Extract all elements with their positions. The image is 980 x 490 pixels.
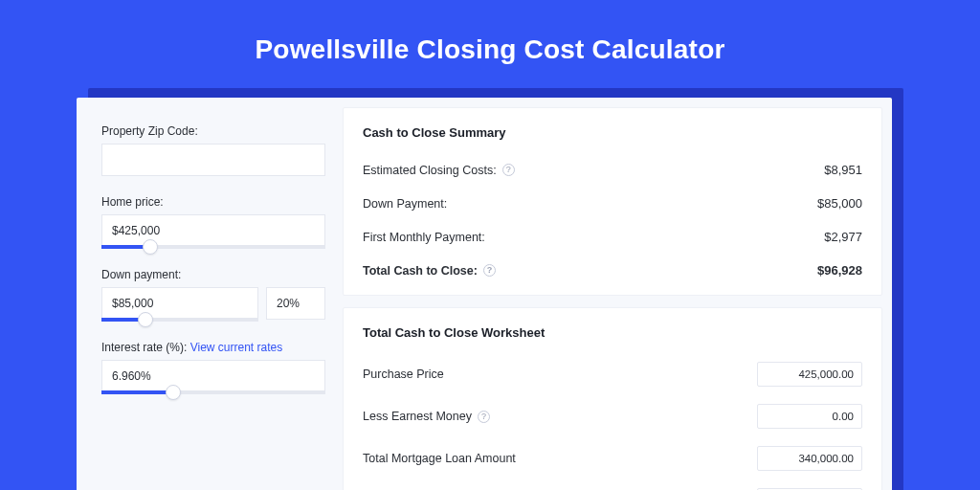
down-payment-input[interactable] (101, 287, 258, 320)
help-icon[interactable]: ? (483, 264, 496, 277)
down-payment-slider-thumb[interactable] (138, 312, 153, 327)
worksheet-row: Purchase Price (363, 353, 862, 395)
down-payment-label: Down payment: (101, 268, 325, 281)
summary-row-value: $2,977 (824, 230, 862, 244)
summary-row-value: $8,951 (824, 163, 862, 177)
worksheet-row: Total Second Mortgage Amount ? (363, 479, 862, 490)
zip-group: Property Zip Code: (101, 124, 325, 176)
worksheet-row: Total Mortgage Loan Amount (363, 437, 862, 479)
interest-rate-label-text: Interest rate (%): (101, 341, 187, 354)
calculator-card: Property Zip Code: Home price: Down paym… (77, 98, 892, 490)
interest-rate-label: Interest rate (%): View current rates (101, 341, 325, 354)
summary-row: First Monthly Payment: $2,977 (363, 220, 862, 254)
worksheet-row-input[interactable] (757, 362, 862, 387)
summary-row-value: $85,000 (817, 196, 862, 211)
worksheet-row-input[interactable] (757, 446, 862, 471)
summary-row-label: Estimated Closing Costs: (363, 164, 497, 177)
worksheet-title: Total Cash to Close Worksheet (363, 325, 862, 340)
interest-rate-group: Interest rate (%): View current rates (101, 341, 325, 394)
home-price-slider-thumb[interactable] (143, 239, 158, 255)
results-panel: Cash to Close Summary Estimated Closing … (343, 98, 892, 490)
interest-rate-slider-thumb[interactable] (166, 385, 181, 400)
interest-rate-input[interactable] (101, 360, 325, 392)
down-payment-pct-input[interactable] (266, 287, 325, 320)
summary-row-label: Down Payment: (363, 197, 447, 211)
help-icon[interactable]: ? (478, 411, 490, 423)
summary-row: Estimated Closing Costs: ? $8,951 (363, 153, 862, 187)
home-price-group: Home price: (101, 195, 325, 249)
summary-total-row: Total Cash to Close: ? $96,928 (363, 254, 862, 287)
zip-input[interactable] (101, 144, 325, 176)
zip-label: Property Zip Code: (101, 124, 325, 138)
down-payment-slider[interactable] (101, 318, 258, 322)
summary-total-value: $96,928 (817, 263, 862, 278)
worksheet-row-label: Total Mortgage Loan Amount (363, 452, 516, 465)
home-price-label: Home price: (101, 195, 325, 209)
summary-card: Cash to Close Summary Estimated Closing … (343, 107, 882, 296)
home-price-slider[interactable] (101, 245, 325, 249)
home-price-input[interactable] (101, 214, 325, 247)
down-payment-group: Down payment: (101, 268, 325, 322)
summary-row: Down Payment: $85,000 (363, 187, 862, 220)
worksheet-row-label: Less Earnest Money (363, 410, 472, 423)
worksheet-row-input[interactable] (757, 404, 862, 429)
interest-rate-slider[interactable] (101, 390, 325, 394)
view-rates-link[interactable]: View current rates (190, 341, 283, 354)
worksheet-card: Total Cash to Close Worksheet Purchase P… (343, 307, 882, 490)
interest-rate-slider-fill (101, 390, 173, 394)
summary-title: Cash to Close Summary (363, 125, 862, 140)
summary-row-label: First Monthly Payment: (363, 231, 485, 244)
worksheet-row-label: Purchase Price (363, 368, 444, 381)
inputs-panel: Property Zip Code: Home price: Down paym… (77, 98, 343, 490)
summary-total-label: Total Cash to Close: (363, 264, 478, 278)
page-title: Powellsville Closing Cost Calculator (0, 0, 980, 65)
worksheet-row: Less Earnest Money ? (363, 395, 862, 437)
help-icon[interactable]: ? (502, 164, 515, 176)
